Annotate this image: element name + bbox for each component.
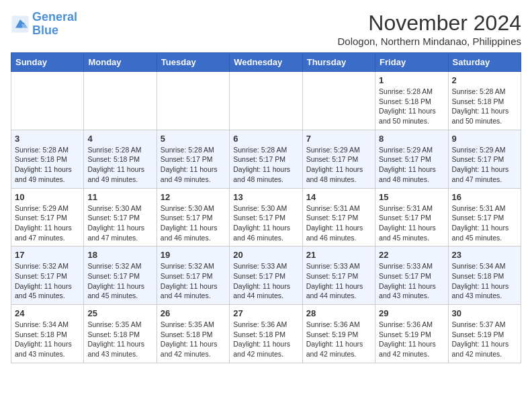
day-cell: 3Sunrise: 5:28 AM Sunset: 5:18 PM Daylig… <box>11 130 84 188</box>
day-info: Sunrise: 5:28 AM Sunset: 5:17 PM Dayligh… <box>233 145 298 185</box>
day-number: 17 <box>15 250 80 260</box>
day-cell: 25Sunrise: 5:35 AM Sunset: 5:18 PM Dayli… <box>84 305 157 363</box>
day-info: Sunrise: 5:29 AM Sunset: 5:17 PM Dayligh… <box>379 145 444 185</box>
day-info: Sunrise: 5:29 AM Sunset: 5:17 PM Dayligh… <box>15 203 80 243</box>
week-row-4: 24Sunrise: 5:34 AM Sunset: 5:18 PM Dayli… <box>11 305 521 363</box>
day-number: 1 <box>379 75 444 85</box>
week-row-1: 3Sunrise: 5:28 AM Sunset: 5:18 PM Daylig… <box>11 130 521 188</box>
day-number: 28 <box>306 308 371 318</box>
day-number: 14 <box>306 192 371 202</box>
day-number: 23 <box>452 250 517 260</box>
day-cell: 28Sunrise: 5:36 AM Sunset: 5:19 PM Dayli… <box>302 305 375 363</box>
day-info: Sunrise: 5:31 AM Sunset: 5:17 PM Dayligh… <box>379 203 444 243</box>
day-cell: 10Sunrise: 5:29 AM Sunset: 5:17 PM Dayli… <box>11 188 84 246</box>
day-cell: 22Sunrise: 5:33 AM Sunset: 5:17 PM Dayli… <box>375 246 448 305</box>
logo-text: General Blue <box>32 11 77 38</box>
day-info: Sunrise: 5:34 AM Sunset: 5:18 PM Dayligh… <box>15 320 80 359</box>
day-number: 29 <box>379 308 444 318</box>
day-info: Sunrise: 5:36 AM Sunset: 5:18 PM Dayligh… <box>233 320 298 359</box>
day-cell <box>84 72 157 130</box>
day-number: 3 <box>15 134 80 144</box>
day-number: 19 <box>161 250 226 260</box>
day-info: Sunrise: 5:28 AM Sunset: 5:18 PM Dayligh… <box>15 145 80 185</box>
logo-line2: Blue <box>32 24 77 38</box>
day-info: Sunrise: 5:32 AM Sunset: 5:17 PM Dayligh… <box>161 261 226 301</box>
logo-icon <box>11 15 30 34</box>
day-cell: 6Sunrise: 5:28 AM Sunset: 5:17 PM Daylig… <box>230 130 302 188</box>
day-number: 24 <box>15 308 80 318</box>
day-number: 20 <box>233 250 298 260</box>
day-number: 11 <box>87 192 152 202</box>
day-info: Sunrise: 5:36 AM Sunset: 5:19 PM Dayligh… <box>379 320 444 359</box>
day-cell: 13Sunrise: 5:30 AM Sunset: 5:17 PM Dayli… <box>230 188 302 246</box>
day-cell: 8Sunrise: 5:29 AM Sunset: 5:17 PM Daylig… <box>375 130 448 188</box>
day-number: 6 <box>233 134 298 144</box>
week-row-3: 17Sunrise: 5:32 AM Sunset: 5:17 PM Dayli… <box>11 246 521 305</box>
logo: General Blue <box>11 11 77 38</box>
weekday-saturday: Saturday <box>448 53 521 72</box>
day-number: 26 <box>161 308 226 318</box>
day-cell: 14Sunrise: 5:31 AM Sunset: 5:17 PM Dayli… <box>302 188 375 246</box>
day-info: Sunrise: 5:29 AM Sunset: 5:17 PM Dayligh… <box>306 145 371 185</box>
day-info: Sunrise: 5:28 AM Sunset: 5:18 PM Dayligh… <box>379 87 444 126</box>
calendar-body: 1Sunrise: 5:28 AM Sunset: 5:18 PM Daylig… <box>11 72 521 363</box>
day-number: 10 <box>15 192 80 202</box>
day-cell: 4Sunrise: 5:28 AM Sunset: 5:18 PM Daylig… <box>84 130 157 188</box>
day-cell: 27Sunrise: 5:36 AM Sunset: 5:18 PM Dayli… <box>230 305 302 363</box>
day-cell: 18Sunrise: 5:32 AM Sunset: 5:17 PM Dayli… <box>84 246 157 305</box>
day-info: Sunrise: 5:28 AM Sunset: 5:18 PM Dayligh… <box>87 145 152 185</box>
day-cell <box>230 72 302 130</box>
day-info: Sunrise: 5:31 AM Sunset: 5:17 PM Dayligh… <box>306 203 371 243</box>
day-cell: 5Sunrise: 5:28 AM Sunset: 5:17 PM Daylig… <box>157 130 229 188</box>
location-title: Dologon, Northern Mindanao, Philippines <box>337 36 521 47</box>
day-cell: 30Sunrise: 5:37 AM Sunset: 5:19 PM Dayli… <box>448 305 521 363</box>
day-number: 5 <box>161 134 226 144</box>
day-cell: 12Sunrise: 5:30 AM Sunset: 5:17 PM Dayli… <box>157 188 229 246</box>
day-cell: 2Sunrise: 5:28 AM Sunset: 5:18 PM Daylig… <box>448 72 521 130</box>
day-cell <box>302 72 375 130</box>
day-cell: 19Sunrise: 5:32 AM Sunset: 5:17 PM Dayli… <box>157 246 229 305</box>
day-number: 21 <box>306 250 371 260</box>
day-number: 8 <box>379 134 444 144</box>
day-info: Sunrise: 5:32 AM Sunset: 5:17 PM Dayligh… <box>15 261 80 301</box>
day-cell: 23Sunrise: 5:34 AM Sunset: 5:18 PM Dayli… <box>448 246 521 305</box>
day-info: Sunrise: 5:31 AM Sunset: 5:17 PM Dayligh… <box>452 203 517 243</box>
day-number: 13 <box>233 192 298 202</box>
day-cell: 15Sunrise: 5:31 AM Sunset: 5:17 PM Dayli… <box>375 188 448 246</box>
day-cell: 16Sunrise: 5:31 AM Sunset: 5:17 PM Dayli… <box>448 188 521 246</box>
day-number: 22 <box>379 250 444 260</box>
day-cell: 20Sunrise: 5:33 AM Sunset: 5:17 PM Dayli… <box>230 246 302 305</box>
weekday-thursday: Thursday <box>302 53 375 72</box>
day-info: Sunrise: 5:37 AM Sunset: 5:19 PM Dayligh… <box>452 320 517 359</box>
day-number: 16 <box>452 192 517 202</box>
day-info: Sunrise: 5:34 AM Sunset: 5:18 PM Dayligh… <box>452 261 517 301</box>
day-info: Sunrise: 5:33 AM Sunset: 5:17 PM Dayligh… <box>379 261 444 301</box>
day-number: 15 <box>379 192 444 202</box>
day-cell: 26Sunrise: 5:35 AM Sunset: 5:18 PM Dayli… <box>157 305 229 363</box>
weekday-header: SundayMondayTuesdayWednesdayThursdayFrid… <box>11 53 521 72</box>
day-info: Sunrise: 5:30 AM Sunset: 5:17 PM Dayligh… <box>87 203 152 243</box>
day-number: 4 <box>87 134 152 144</box>
day-info: Sunrise: 5:28 AM Sunset: 5:18 PM Dayligh… <box>452 87 517 126</box>
day-number: 7 <box>306 134 371 144</box>
logo-line1: General <box>32 10 77 24</box>
week-row-2: 10Sunrise: 5:29 AM Sunset: 5:17 PM Dayli… <box>11 188 521 246</box>
calendar-table: SundayMondayTuesdayWednesdayThursdayFrid… <box>11 52 521 363</box>
day-number: 18 <box>87 250 152 260</box>
header: General Blue November 2024 Dologon, Nort… <box>11 11 521 47</box>
day-info: Sunrise: 5:30 AM Sunset: 5:17 PM Dayligh… <box>233 203 298 243</box>
day-info: Sunrise: 5:36 AM Sunset: 5:19 PM Dayligh… <box>306 320 371 359</box>
day-number: 25 <box>87 308 152 318</box>
day-info: Sunrise: 5:35 AM Sunset: 5:18 PM Dayligh… <box>161 320 226 359</box>
day-info: Sunrise: 5:33 AM Sunset: 5:17 PM Dayligh… <box>233 261 298 301</box>
day-cell: 11Sunrise: 5:30 AM Sunset: 5:17 PM Dayli… <box>84 188 157 246</box>
day-number: 2 <box>452 75 517 85</box>
weekday-wednesday: Wednesday <box>230 53 302 72</box>
day-info: Sunrise: 5:28 AM Sunset: 5:17 PM Dayligh… <box>161 145 226 185</box>
day-number: 30 <box>452 308 517 318</box>
day-info: Sunrise: 5:29 AM Sunset: 5:17 PM Dayligh… <box>452 145 517 185</box>
day-cell <box>157 72 229 130</box>
weekday-friday: Friday <box>375 53 448 72</box>
month-title: November 2024 <box>337 11 521 36</box>
day-number: 27 <box>233 308 298 318</box>
